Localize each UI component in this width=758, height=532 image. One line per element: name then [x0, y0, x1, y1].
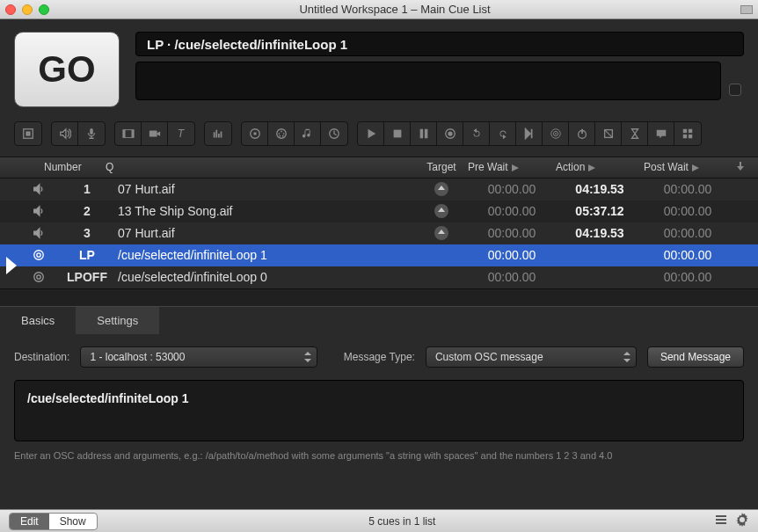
pre-wait[interactable]: 00:00.00: [468, 204, 556, 218]
reset-button[interactable]: [463, 122, 490, 145]
load-button[interactable]: [437, 122, 463, 145]
cue-notes-field[interactable]: [135, 62, 721, 100]
cue-target[interactable]: [415, 182, 468, 196]
network-icon: [21, 249, 56, 261]
flag-checkbox[interactable]: [729, 84, 741, 96]
col-prewait[interactable]: Pre Wait: [468, 161, 556, 174]
cue-name: 07 Hurt.aif: [118, 182, 415, 196]
fullscreen-button[interactable]: [740, 5, 753, 14]
action-time[interactable]: 04:19.53: [556, 226, 644, 240]
standby-icon: [6, 257, 17, 277]
tab-settings[interactable]: Settings: [76, 307, 159, 334]
svg-point-31: [34, 251, 44, 260]
cue-number: 2: [56, 204, 118, 218]
window-title: Untitled Workspace 1 – Main Cue List: [49, 3, 740, 16]
midi-file-cue-button[interactable]: [295, 122, 321, 145]
svg-rect-28: [689, 129, 692, 133]
audio-icon: [21, 227, 56, 239]
col-action[interactable]: Action: [556, 161, 644, 174]
post-wait[interactable]: 00:00.00: [644, 270, 732, 284]
pre-wait[interactable]: 00:00.00: [468, 182, 556, 196]
pre-wait[interactable]: 00:00.00: [468, 248, 556, 262]
svg-rect-2: [90, 128, 93, 135]
audio-icon: [21, 205, 56, 217]
col-number[interactable]: Number: [44, 161, 106, 174]
midi-cue-button[interactable]: [268, 122, 295, 145]
osc-hint: Enter an OSC address and arguments, e.g.…: [0, 441, 758, 475]
pre-wait[interactable]: 00:00.00: [468, 270, 556, 284]
col-target[interactable]: Target: [415, 161, 468, 174]
svg-rect-5: [131, 130, 134, 138]
pre-wait[interactable]: 00:00.00: [468, 226, 556, 240]
post-wait[interactable]: 00:00.00: [644, 248, 732, 262]
network-cue-button[interactable]: [242, 122, 268, 145]
stop-button[interactable]: [384, 122, 411, 145]
selected-cue-name[interactable]: LP · /cue/selected/infiniteLoop 1: [135, 32, 744, 56]
cue-list[interactable]: 107 Hurt.aif00:00.0004:19.5300:00.00213 …: [0, 179, 758, 288]
cue-target[interactable]: [415, 226, 468, 240]
cue-row[interactable]: 107 Hurt.aif00:00.0004:19.5300:00.00: [0, 179, 758, 200]
cue-row[interactable]: LP/cue/selected/infiniteLoop 100:00.0000…: [0, 244, 758, 266]
devamp-button[interactable]: [516, 122, 543, 145]
timecode-cue-button[interactable]: [321, 122, 347, 145]
camera-cue-button[interactable]: [142, 122, 168, 145]
col-q[interactable]: Q: [106, 161, 415, 174]
close-window-button[interactable]: [5, 4, 16, 15]
window-titlebar: Untitled Workspace 1 – Main Cue List: [0, 0, 758, 19]
action-time[interactable]: 04:19.53: [556, 182, 644, 196]
action-time[interactable]: 05:37.12: [556, 204, 644, 218]
mic-cue-button[interactable]: [78, 122, 105, 145]
col-continue[interactable]: [732, 161, 749, 174]
post-wait[interactable]: 00:00.00: [644, 182, 732, 196]
destination-label: Destination:: [14, 351, 69, 363]
audio-icon: [21, 183, 56, 195]
memo-button[interactable]: [648, 122, 674, 145]
svg-point-9: [253, 132, 257, 135]
mode-toggle[interactable]: Edit Show: [9, 513, 98, 530]
svg-point-10: [276, 129, 286, 139]
inspector-tabs: Basics Settings: [0, 306, 758, 334]
gear-icon[interactable]: [728, 513, 749, 529]
arm-button[interactable]: [595, 122, 622, 145]
message-type-select[interactable]: Custom OSC message: [426, 346, 637, 368]
go-button[interactable]: GO: [14, 32, 120, 107]
cue-row[interactable]: 307 Hurt.aif00:00.0004:19.5300:00.00: [0, 222, 758, 244]
col-postwait[interactable]: Post Wait: [644, 161, 732, 174]
post-wait[interactable]: 00:00.00: [644, 226, 732, 240]
play-button[interactable]: [358, 122, 384, 145]
cue-row[interactable]: LPOFF/cue/selected/infiniteLoop 000:00.0…: [0, 266, 758, 288]
edit-mode-button[interactable]: Edit: [10, 514, 49, 529]
destination-select[interactable]: 1 - localhost : 53000: [80, 346, 317, 368]
osc-command-input[interactable]: /cue/selected/infiniteLoop 1: [14, 380, 744, 441]
wait-button[interactable]: [622, 122, 648, 145]
text-cue-button[interactable]: T: [168, 122, 194, 145]
svg-point-24: [555, 133, 557, 135]
cue-name: /cue/selected/infiniteLoop 0: [118, 270, 415, 284]
cue-target[interactable]: [415, 204, 468, 218]
script-button[interactable]: [674, 122, 701, 145]
send-message-button[interactable]: Send Message: [647, 346, 744, 368]
cue-row[interactable]: 213 The Ship Song.aif00:00.0005:37.1200:…: [0, 200, 758, 222]
target-button[interactable]: [543, 122, 569, 145]
power-button[interactable]: [569, 122, 595, 145]
minimize-window-button[interactable]: [22, 4, 33, 15]
pause-button[interactable]: [411, 122, 437, 145]
svg-rect-18: [419, 129, 423, 139]
cue-number: LP: [56, 248, 118, 262]
cue-number: 1: [56, 182, 118, 196]
zoom-window-button[interactable]: [39, 4, 49, 15]
traffic-lights: [5, 4, 49, 15]
show-mode-button[interactable]: Show: [49, 514, 97, 529]
tab-basics[interactable]: Basics: [0, 307, 76, 334]
cue-name: 13 The Ship Song.aif: [118, 204, 415, 218]
svg-rect-17: [393, 130, 401, 138]
group-cue-button[interactable]: [15, 122, 41, 145]
video-cue-button[interactable]: [115, 122, 142, 145]
cue-number: 3: [56, 226, 118, 240]
audio-cue-button[interactable]: [52, 122, 78, 145]
list-icon[interactable]: [707, 513, 728, 529]
svg-rect-27: [683, 129, 687, 133]
preview-button[interactable]: [490, 122, 516, 145]
post-wait[interactable]: 00:00.00: [644, 204, 732, 218]
fade-cue-button[interactable]: [205, 122, 231, 145]
